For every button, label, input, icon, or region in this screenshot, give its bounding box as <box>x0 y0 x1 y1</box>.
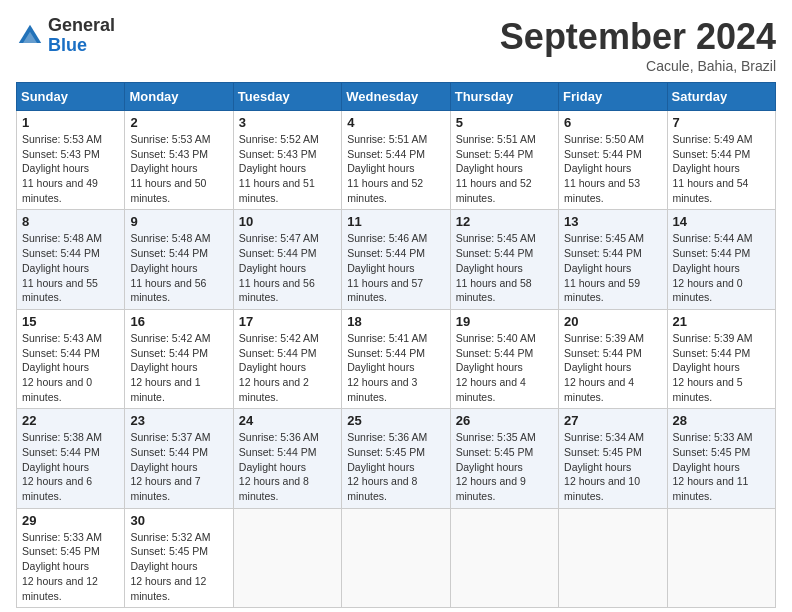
day-number: 5 <box>456 115 553 130</box>
day-info: Sunrise: 5:51 AMSunset: 5:44 PMDaylight … <box>456 132 553 205</box>
day-number: 21 <box>673 314 770 329</box>
calendar-cell <box>559 508 667 607</box>
calendar-cell <box>233 508 341 607</box>
day-info: Sunrise: 5:36 AMSunset: 5:45 PMDaylight … <box>347 430 444 503</box>
calendar-cell <box>450 508 558 607</box>
calendar-cell: 4Sunrise: 5:51 AMSunset: 5:44 PMDaylight… <box>342 111 450 210</box>
calendar-cell: 10Sunrise: 5:47 AMSunset: 5:44 PMDayligh… <box>233 210 341 309</box>
day-info: Sunrise: 5:36 AMSunset: 5:44 PMDaylight … <box>239 430 336 503</box>
day-info: Sunrise: 5:42 AMSunset: 5:44 PMDaylight … <box>239 331 336 404</box>
day-number: 8 <box>22 214 119 229</box>
logo-blue: Blue <box>48 36 115 56</box>
logo-text: General Blue <box>48 16 115 56</box>
logo: General Blue <box>16 16 115 56</box>
day-number: 24 <box>239 413 336 428</box>
day-info: Sunrise: 5:51 AMSunset: 5:44 PMDaylight … <box>347 132 444 205</box>
day-number: 22 <box>22 413 119 428</box>
col-sunday: Sunday <box>17 83 125 111</box>
day-number: 10 <box>239 214 336 229</box>
day-number: 9 <box>130 214 227 229</box>
day-info: Sunrise: 5:33 AMSunset: 5:45 PMDaylight … <box>673 430 770 503</box>
day-info: Sunrise: 5:48 AMSunset: 5:44 PMDaylight … <box>22 231 119 304</box>
calendar-week-row: 22Sunrise: 5:38 AMSunset: 5:44 PMDayligh… <box>17 409 776 508</box>
day-info: Sunrise: 5:45 AMSunset: 5:44 PMDaylight … <box>456 231 553 304</box>
day-number: 4 <box>347 115 444 130</box>
day-number: 12 <box>456 214 553 229</box>
calendar-cell: 19Sunrise: 5:40 AMSunset: 5:44 PMDayligh… <box>450 309 558 408</box>
day-number: 15 <box>22 314 119 329</box>
day-number: 7 <box>673 115 770 130</box>
calendar-week-row: 29Sunrise: 5:33 AMSunset: 5:45 PMDayligh… <box>17 508 776 607</box>
col-monday: Monday <box>125 83 233 111</box>
day-info: Sunrise: 5:45 AMSunset: 5:44 PMDaylight … <box>564 231 661 304</box>
calendar-table: Sunday Monday Tuesday Wednesday Thursday… <box>16 82 776 608</box>
day-info: Sunrise: 5:46 AMSunset: 5:44 PMDaylight … <box>347 231 444 304</box>
col-saturday: Saturday <box>667 83 775 111</box>
calendar-cell: 1Sunrise: 5:53 AMSunset: 5:43 PMDaylight… <box>17 111 125 210</box>
day-number: 19 <box>456 314 553 329</box>
col-friday: Friday <box>559 83 667 111</box>
calendar-cell: 27Sunrise: 5:34 AMSunset: 5:45 PMDayligh… <box>559 409 667 508</box>
day-info: Sunrise: 5:49 AMSunset: 5:44 PMDaylight … <box>673 132 770 205</box>
day-info: Sunrise: 5:44 AMSunset: 5:44 PMDaylight … <box>673 231 770 304</box>
day-number: 26 <box>456 413 553 428</box>
logo-general: General <box>48 16 115 36</box>
calendar-week-row: 8Sunrise: 5:48 AMSunset: 5:44 PMDaylight… <box>17 210 776 309</box>
day-info: Sunrise: 5:39 AMSunset: 5:44 PMDaylight … <box>673 331 770 404</box>
calendar-cell: 14Sunrise: 5:44 AMSunset: 5:44 PMDayligh… <box>667 210 775 309</box>
calendar-week-row: 1Sunrise: 5:53 AMSunset: 5:43 PMDaylight… <box>17 111 776 210</box>
day-number: 29 <box>22 513 119 528</box>
page-header: General Blue September 2024 Cacule, Bahi… <box>16 16 776 74</box>
day-number: 2 <box>130 115 227 130</box>
col-tuesday: Tuesday <box>233 83 341 111</box>
day-info: Sunrise: 5:32 AMSunset: 5:45 PMDaylight … <box>130 530 227 603</box>
calendar-cell: 25Sunrise: 5:36 AMSunset: 5:45 PMDayligh… <box>342 409 450 508</box>
day-number: 27 <box>564 413 661 428</box>
day-number: 23 <box>130 413 227 428</box>
calendar-cell: 12Sunrise: 5:45 AMSunset: 5:44 PMDayligh… <box>450 210 558 309</box>
day-info: Sunrise: 5:38 AMSunset: 5:44 PMDaylight … <box>22 430 119 503</box>
calendar-cell: 5Sunrise: 5:51 AMSunset: 5:44 PMDaylight… <box>450 111 558 210</box>
col-wednesday: Wednesday <box>342 83 450 111</box>
calendar-week-row: 15Sunrise: 5:43 AMSunset: 5:44 PMDayligh… <box>17 309 776 408</box>
calendar-cell: 24Sunrise: 5:36 AMSunset: 5:44 PMDayligh… <box>233 409 341 508</box>
calendar-cell: 16Sunrise: 5:42 AMSunset: 5:44 PMDayligh… <box>125 309 233 408</box>
day-info: Sunrise: 5:37 AMSunset: 5:44 PMDaylight … <box>130 430 227 503</box>
day-info: Sunrise: 5:43 AMSunset: 5:44 PMDaylight … <box>22 331 119 404</box>
calendar-cell: 7Sunrise: 5:49 AMSunset: 5:44 PMDaylight… <box>667 111 775 210</box>
month-title: September 2024 <box>500 16 776 58</box>
calendar-cell: 3Sunrise: 5:52 AMSunset: 5:43 PMDaylight… <box>233 111 341 210</box>
calendar-cell: 13Sunrise: 5:45 AMSunset: 5:44 PMDayligh… <box>559 210 667 309</box>
day-number: 17 <box>239 314 336 329</box>
day-info: Sunrise: 5:40 AMSunset: 5:44 PMDaylight … <box>456 331 553 404</box>
calendar-cell: 29Sunrise: 5:33 AMSunset: 5:45 PMDayligh… <box>17 508 125 607</box>
calendar-cell: 21Sunrise: 5:39 AMSunset: 5:44 PMDayligh… <box>667 309 775 408</box>
day-number: 28 <box>673 413 770 428</box>
calendar-cell: 9Sunrise: 5:48 AMSunset: 5:44 PMDaylight… <box>125 210 233 309</box>
calendar-cell <box>342 508 450 607</box>
day-info: Sunrise: 5:47 AMSunset: 5:44 PMDaylight … <box>239 231 336 304</box>
calendar-header-row: Sunday Monday Tuesday Wednesday Thursday… <box>17 83 776 111</box>
calendar-cell: 26Sunrise: 5:35 AMSunset: 5:45 PMDayligh… <box>450 409 558 508</box>
location: Cacule, Bahia, Brazil <box>500 58 776 74</box>
calendar-cell: 30Sunrise: 5:32 AMSunset: 5:45 PMDayligh… <box>125 508 233 607</box>
day-number: 1 <box>22 115 119 130</box>
day-info: Sunrise: 5:42 AMSunset: 5:44 PMDaylight … <box>130 331 227 404</box>
day-info: Sunrise: 5:53 AMSunset: 5:43 PMDaylight … <box>130 132 227 205</box>
calendar-cell: 6Sunrise: 5:50 AMSunset: 5:44 PMDaylight… <box>559 111 667 210</box>
day-info: Sunrise: 5:48 AMSunset: 5:44 PMDaylight … <box>130 231 227 304</box>
day-number: 16 <box>130 314 227 329</box>
day-number: 11 <box>347 214 444 229</box>
calendar-cell: 11Sunrise: 5:46 AMSunset: 5:44 PMDayligh… <box>342 210 450 309</box>
calendar-cell: 17Sunrise: 5:42 AMSunset: 5:44 PMDayligh… <box>233 309 341 408</box>
col-thursday: Thursday <box>450 83 558 111</box>
day-number: 14 <box>673 214 770 229</box>
day-info: Sunrise: 5:39 AMSunset: 5:44 PMDaylight … <box>564 331 661 404</box>
day-info: Sunrise: 5:33 AMSunset: 5:45 PMDaylight … <box>22 530 119 603</box>
calendar-cell: 22Sunrise: 5:38 AMSunset: 5:44 PMDayligh… <box>17 409 125 508</box>
calendar-cell: 8Sunrise: 5:48 AMSunset: 5:44 PMDaylight… <box>17 210 125 309</box>
day-info: Sunrise: 5:50 AMSunset: 5:44 PMDaylight … <box>564 132 661 205</box>
calendar-cell: 18Sunrise: 5:41 AMSunset: 5:44 PMDayligh… <box>342 309 450 408</box>
day-info: Sunrise: 5:34 AMSunset: 5:45 PMDaylight … <box>564 430 661 503</box>
calendar-cell: 15Sunrise: 5:43 AMSunset: 5:44 PMDayligh… <box>17 309 125 408</box>
